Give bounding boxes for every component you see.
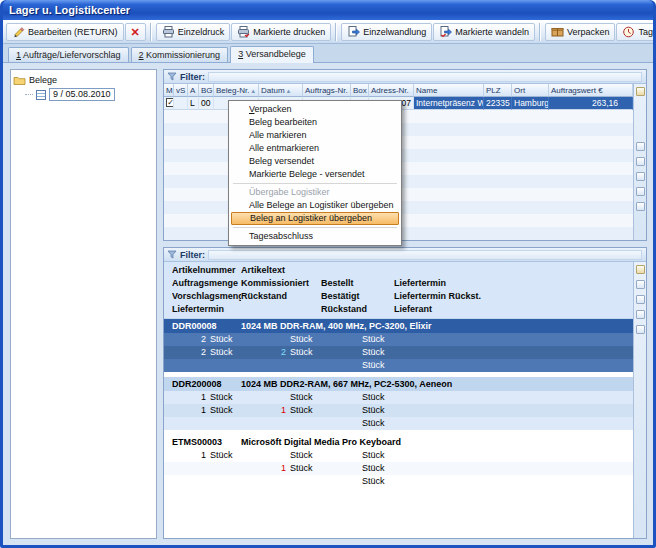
tab-bar: 1 Aufträge/Liefervorschlag 2 Kommissioni…: [3, 44, 653, 63]
article-data-row[interactable]: 1Stück Stück Stück: [164, 449, 633, 462]
edit-button-label: Bearbeiten (RETURN): [28, 27, 118, 37]
menu-item-beleg-bearbeiten[interactable]: Beleg bearbeiten: [231, 116, 399, 129]
grid-tool-icon[interactable]: [636, 280, 645, 289]
grid-tool-icon[interactable]: [636, 295, 645, 304]
col-adress-nr[interactable]: Adress-Nr.: [369, 84, 414, 97]
grid-customize-icon[interactable]: [636, 265, 645, 274]
article-title-row[interactable]: DDR200008 1024 MB DDR2-RAM, 667 MHz, PC2…: [164, 377, 633, 391]
article-item[interactable]: DDR00008 1024 MB DDR-RAM, 400 MHz, PC-32…: [164, 319, 633, 372]
menu-item-alle-markieren[interactable]: Alle markieren: [231, 129, 399, 142]
marked-checkbox[interactable]: ✓: [166, 98, 174, 107]
tab-versandbelege[interactable]: 3 Versandbelege: [230, 46, 314, 63]
single-print-button[interactable]: Einzeldruck: [156, 23, 231, 41]
edit-button[interactable]: Bearbeiten (RETURN): [6, 23, 124, 41]
clock-icon: [622, 26, 635, 38]
menu-separator: [233, 183, 397, 184]
article-data-row[interactable]: 1Stück 1Stück Stück: [164, 404, 633, 417]
article-item[interactable]: DDR200008 1024 MB DDR2-RAM, 667 MHz, PC2…: [164, 377, 633, 430]
top-grid-header: M vS A BG Beleg-Nr.▲ Datum▲ Auftrags-Nr.…: [164, 84, 633, 97]
convert-marked-button[interactable]: Markierte wandeln: [433, 23, 535, 41]
hdr-artikeltext: Artikeltext: [241, 264, 321, 277]
tree-guide-line: [25, 94, 33, 95]
grid-tool-icon[interactable]: [636, 157, 645, 166]
col-a[interactable]: A: [188, 84, 199, 97]
col-box[interactable]: Box: [351, 84, 369, 97]
folder-icon: [13, 75, 26, 85]
col-beleg-nr[interactable]: Beleg-Nr.▲: [214, 84, 259, 97]
menu-item-tagesabschluss[interactable]: Tagesabschluss: [231, 230, 399, 243]
top-filter-field[interactable]: [208, 72, 642, 82]
single-convert-button[interactable]: Einzelwandlung: [341, 23, 432, 41]
tab-auftraege-liefervorschlag[interactable]: 1 Aufträge/Liefervorschlag: [8, 47, 129, 62]
day-closing-button[interactable]: Tagesabschluss: [616, 23, 653, 41]
cell-vs: [174, 97, 188, 110]
article-data-row[interactable]: 2Stück Stück Stück: [164, 333, 633, 346]
cell-marked[interactable]: ✓: [164, 97, 174, 110]
grid-tool-icon[interactable]: [636, 142, 645, 151]
backlog-qty-alert: 1: [244, 404, 286, 417]
menu-item-markierte-belege-versendet[interactable]: Markierte Belege - versendet: [231, 168, 399, 181]
col-auftrags-nr[interactable]: Auftrags-Nr.▲: [303, 84, 351, 97]
cell-plz: 22335: [484, 97, 512, 110]
convert-document-icon: [347, 26, 360, 38]
delete-button[interactable]: ✕: [125, 23, 146, 41]
hdr-liefertermin2: Liefertermin: [172, 303, 241, 316]
grid-tool-icon[interactable]: [636, 325, 645, 334]
col-auftragswert[interactable]: Auftragswert €: [549, 84, 633, 97]
grid-tool-icon[interactable]: [636, 187, 645, 196]
menu-item-beleg-an-logistiker[interactable]: Beleg an Logistiker übergeben: [231, 212, 399, 225]
article-title-row[interactable]: ETMS00003 Microsöft Digital Media Pro Ke…: [164, 435, 633, 449]
pack-button[interactable]: Verpacken: [545, 23, 616, 41]
col-plz[interactable]: PLZ: [484, 84, 512, 97]
hdr-rueckstand2: Rückstand: [321, 303, 394, 316]
context-menu: Verpacken Beleg bearbeiten Alle markiere…: [228, 100, 402, 246]
top-filter-label: Filter:: [180, 72, 205, 82]
cell-auftragswert: 263,16: [549, 97, 633, 110]
article-data-row[interactable]: Stück: [164, 475, 633, 488]
hdr-artikelnummer: Artikelnummer: [172, 264, 241, 277]
grid-customize-icon[interactable]: [636, 87, 645, 96]
menu-item-beleg-versendet[interactable]: Beleg versendet: [231, 155, 399, 168]
menu-item-alle-belege-an-logistiker[interactable]: Alle Belege an Logistiker übergeben: [231, 199, 399, 212]
day-closing-label: Tagesabschluss: [638, 27, 653, 37]
col-name[interactable]: Name: [414, 84, 484, 97]
article-item[interactable]: ETMS00003 Microsöft Digital Media Pro Ke…: [164, 435, 633, 488]
col-ort[interactable]: Ort: [512, 84, 549, 97]
article-number: DDR200008: [172, 377, 241, 391]
tab-kommissionierung[interactable]: 2 Kommissionierung: [131, 47, 229, 62]
grid-tool-icon[interactable]: [636, 202, 645, 211]
col-bg[interactable]: BG: [199, 84, 214, 97]
single-print-label: Einzeldruck: [178, 27, 225, 37]
bottom-filter-bar[interactable]: Filter:: [164, 248, 646, 262]
menu-item-alle-entmarkieren[interactable]: Alle entmarkieren: [231, 142, 399, 155]
toolbar-separator: [150, 23, 152, 41]
cell-ort: Hamburg: [512, 97, 549, 110]
article-data-row[interactable]: Stück: [164, 359, 633, 372]
app-body: Bearbeiten (RETURN) ✕ Einzeldruck Markie…: [3, 20, 653, 545]
delete-x-icon: ✕: [131, 27, 140, 37]
tree-node-belege[interactable]: Belege: [13, 73, 154, 86]
printer-marked-icon: [237, 26, 250, 38]
tree-root-label: Belege: [29, 75, 57, 85]
grid-tool-icon[interactable]: [636, 172, 645, 181]
article-data-row[interactable]: 1Stück Stück: [164, 462, 633, 475]
article-data-row[interactable]: Stück: [164, 417, 633, 430]
article-text: 1024 MB DDR-RAM, 400 MHz, PC-3200, Elixi…: [241, 319, 633, 333]
window-title: Lager u. Logistikcenter: [9, 4, 130, 16]
tree-node-document-9[interactable]: 9 / 05.08.2010: [25, 88, 154, 101]
grid-tool-icon[interactable]: [636, 310, 645, 319]
bottom-grid-side-toolbar: [633, 262, 646, 538]
col-m[interactable]: M: [164, 84, 174, 97]
bottom-filter-field[interactable]: [208, 250, 642, 260]
article-data-row[interactable]: 2Stück 2Stück Stück: [164, 346, 633, 359]
title-bar[interactable]: Lager u. Logistikcenter: [3, 0, 653, 20]
col-datum[interactable]: Datum▲: [259, 84, 303, 97]
app-window: Lager u. Logistikcenter Bearbeiten (RETU…: [0, 0, 656, 548]
article-data-row[interactable]: 1Stück Stück Stück: [164, 391, 633, 404]
print-marked-button[interactable]: Markierte drucken: [231, 23, 331, 41]
menu-item-verpacken[interactable]: Verpacken: [231, 103, 399, 116]
hdr-liefertermin-rueckst: Liefertermin Rückst.: [394, 290, 633, 303]
article-title-row[interactable]: DDR00008 1024 MB DDR-RAM, 400 MHz, PC-32…: [164, 319, 633, 333]
col-vs[interactable]: vS: [174, 84, 188, 97]
top-filter-bar[interactable]: Filter:: [164, 70, 646, 84]
